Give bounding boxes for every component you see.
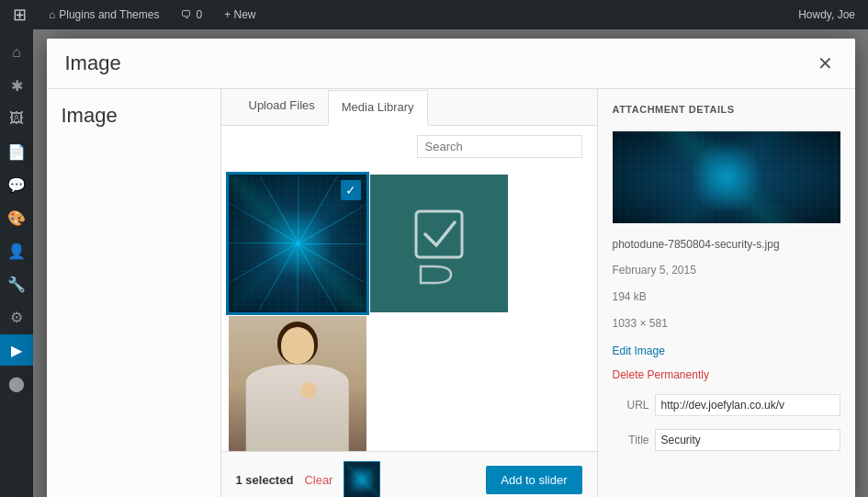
plugins-themes-link[interactable]: ⌂ Plugins and Themes — [43, 0, 164, 29]
main-content: Image ✕ Image Upload Files — [33, 29, 868, 497]
clear-link[interactable]: Clear — [304, 473, 333, 487]
sidebar-icon-settings[interactable]: ⚙ — [0, 301, 33, 333]
attachment-preview-image — [613, 131, 840, 223]
sidebar-icon-dashboard[interactable]: ⌂ — [0, 37, 33, 68]
thumb-glow — [348, 466, 376, 493]
media-item-2[interactable] — [370, 175, 508, 312]
url-field-row: URL — [613, 394, 840, 416]
sidebar-icon-posts[interactable]: ✱ — [0, 70, 33, 101]
home-icon: ⌂ — [49, 8, 55, 21]
media-item-1[interactable]: ✓ — [229, 175, 366, 312]
media-item-3[interactable] — [229, 316, 366, 451]
modal-sidebar: Image — [47, 89, 221, 497]
comment-count: 0 — [196, 8, 202, 21]
chalk-svg — [407, 202, 471, 285]
media-grid-container[interactable]: ✓ — [221, 167, 597, 451]
howdy-menu[interactable]: Howdy, Joe — [793, 0, 861, 29]
url-input[interactable] — [655, 394, 840, 416]
delete-permanently-link[interactable]: Delete Permanently — [613, 368, 840, 381]
attachment-date: February 5, 2015 — [613, 262, 840, 279]
howdy-text: Howdy, Joe — [798, 8, 855, 21]
modal-header: Image ✕ — [47, 39, 855, 89]
ray-1 — [297, 243, 298, 312]
tab-bar: Upload Files Media Library — [221, 89, 597, 126]
add-to-slider-button[interactable]: Add to slider — [486, 466, 581, 494]
attachment-preview — [613, 131, 840, 223]
selected-thumb-image — [344, 461, 380, 497]
modal-close-button[interactable]: ✕ — [814, 54, 837, 73]
attachment-filename: photodune-7850804-security-s.jpg — [613, 238, 840, 251]
wp-logo-icon: ⊞ — [13, 5, 27, 25]
tab-upload-label: Upload Files — [249, 98, 315, 112]
sidebar-icon-pages[interactable]: 📄 — [0, 136, 33, 167]
sidebar-icon-misc[interactable]: ⬤ — [0, 367, 33, 399]
comment-icon: 🗨 — [181, 8, 192, 21]
search-bar — [221, 126, 597, 167]
tab-media-library[interactable]: Media Library — [328, 90, 428, 126]
new-content-link[interactable]: + New — [219, 0, 261, 29]
svg-rect-0 — [416, 211, 462, 257]
modal-body: Image Upload Files Media Library — [47, 89, 855, 497]
tab-media-label: Media Library — [342, 100, 414, 114]
attachment-dimensions: 1033 × 581 — [613, 315, 840, 333]
tab-upload-files[interactable]: Upload Files — [236, 89, 328, 126]
attachment-details-heading: ATTACHMENT DETAILS — [613, 104, 840, 115]
attachment-filesize: 194 kB — [613, 288, 840, 306]
modal-overlay: Image ✕ Image Upload Files — [33, 29, 868, 497]
wp-logo-button[interactable]: ⊞ — [7, 0, 32, 29]
admin-layout: ⌂ ✱ 🖼 📄 💬 🎨 👤 🔧 ⚙ ▶ ⬤ Image ✕ Im — [0, 29, 868, 497]
sidebar-icon-appearance[interactable]: 🎨 — [0, 202, 33, 233]
selected-count: 1 selected — [236, 473, 294, 487]
ray-4 — [229, 243, 299, 243]
search-input[interactable] — [417, 135, 582, 158]
selected-thumbnail — [344, 461, 380, 497]
comments-link[interactable]: 🗨 0 — [175, 0, 208, 29]
sidebar-icon-media[interactable]: 🖼 — [0, 103, 33, 134]
admin-sidebar: ⌂ ✱ 🖼 📄 💬 🎨 👤 🔧 ⚙ ▶ ⬤ — [0, 29, 33, 497]
media-library-panel: Upload Files Media Library — [221, 89, 598, 497]
sidebar-icon-comments[interactable]: 💬 — [0, 169, 33, 200]
media-grid: ✓ — [229, 175, 590, 451]
selected-check-badge: ✓ — [341, 180, 361, 200]
ray-10 — [298, 243, 366, 244]
title-input[interactable] — [655, 429, 840, 451]
modal-title: Image — [65, 51, 121, 75]
sidebar-icon-plugin[interactable]: ▶ — [0, 334, 33, 366]
preview-glow — [690, 141, 763, 214]
sidebar-icon-tools[interactable]: 🔧 — [0, 268, 33, 299]
chalk-image — [370, 175, 508, 312]
sidebar-icon-users[interactable]: 👤 — [0, 235, 33, 266]
title-field-row: Title — [613, 429, 840, 451]
title-label: Title — [613, 434, 649, 446]
admin-bar: ⊞ ⌂ Plugins and Themes 🗨 0 + New Howdy, … — [0, 0, 868, 29]
modal-footer: 1 selected Clear Add to slider — [221, 451, 597, 497]
woman-image — [229, 316, 366, 451]
new-label: + New — [224, 8, 255, 21]
ray-7 — [298, 175, 299, 243]
attachment-details-panel: ATTACHMENT DETAILS photodune-7850804-sec… — [598, 89, 855, 497]
edit-image-link[interactable]: Edit Image — [613, 345, 840, 357]
plugins-themes-label: Plugins and Themes — [59, 8, 159, 21]
url-label: URL — [613, 399, 649, 412]
modal-sidebar-label: Image — [62, 104, 206, 128]
media-modal: Image ✕ Image Upload Files — [47, 39, 855, 497]
